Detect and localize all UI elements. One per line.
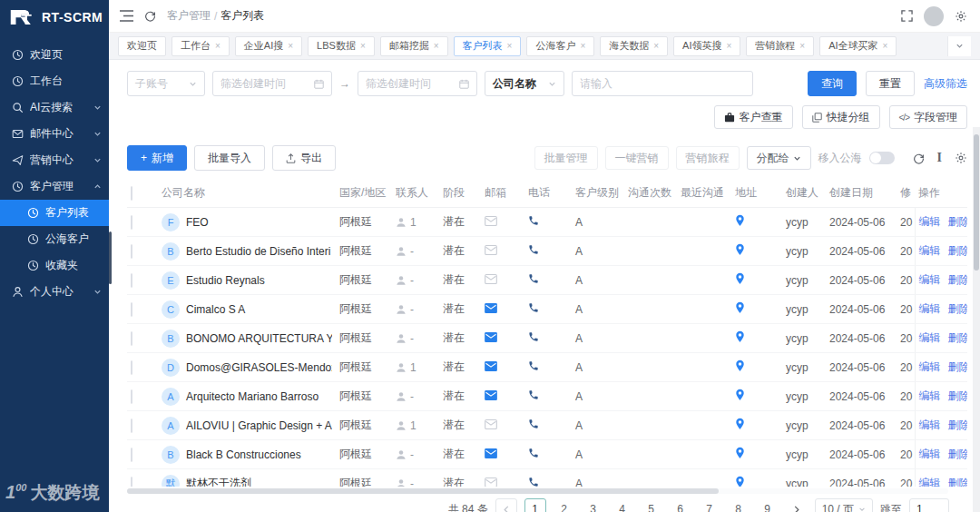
sidebar-item-工作台[interactable]: 工作台	[0, 68, 109, 94]
sidebar-item-公海客户[interactable]: 公海客户	[0, 226, 109, 252]
sidebar-item-客户管理[interactable]: 客户管理	[0, 173, 109, 200]
company-wrap[interactable]: BBerto Estudio de Diseño Interi	[162, 242, 332, 261]
tab-AI领英搜[interactable]: AI领英搜×	[673, 36, 740, 56]
phone-icon[interactable]	[528, 332, 539, 345]
sidebar-item-收藏夹[interactable]: 收藏夹	[0, 252, 109, 279]
page-button-7[interactable]: 7	[699, 498, 720, 512]
tab-close-icon[interactable]: ×	[883, 41, 888, 51]
marketing-journey-button[interactable]: 营销旅程	[676, 146, 740, 170]
mail-icon[interactable]	[485, 332, 497, 345]
tab-营销旅程[interactable]: 营销旅程×	[746, 36, 814, 56]
tab-公海客户[interactable]: 公海客户×	[526, 36, 594, 56]
delete-link[interactable]: 删除	[948, 215, 968, 228]
mail-icon[interactable]	[485, 245, 497, 258]
tab-close-icon[interactable]: ×	[434, 41, 439, 51]
delete-link[interactable]: 删除	[948, 389, 968, 402]
keyword-input[interactable]: 请输入	[572, 71, 753, 96]
select-all-checkbox[interactable]	[131, 186, 132, 201]
page-button-9[interactable]: 9	[757, 498, 779, 512]
address-pin-icon[interactable]	[735, 420, 745, 433]
address-pin-icon[interactable]	[735, 478, 745, 487]
delete-link[interactable]: 删除	[948, 244, 968, 257]
address-pin-icon[interactable]	[735, 217, 745, 230]
edit-link[interactable]: 编辑	[919, 360, 941, 373]
tab-海关数据[interactable]: 海关数据×	[600, 36, 668, 56]
row-checkbox[interactable]	[131, 215, 132, 230]
tab-close-icon[interactable]: ×	[580, 41, 585, 51]
field-manage-button[interactable]: </> 字段管理	[889, 105, 967, 129]
address-pin-icon[interactable]	[735, 275, 745, 288]
breadcrumb-parent[interactable]: 客户管理	[167, 8, 211, 24]
export-button[interactable]: 导出	[272, 145, 336, 171]
row-checkbox[interactable]	[131, 331, 132, 346]
company-wrap[interactable]: DDomos@GIRASOLES-Mendoz	[162, 359, 332, 377]
page-button-2[interactable]: 2	[554, 498, 575, 512]
fullscreen-icon[interactable]	[901, 10, 913, 22]
company-wrap[interactable]: BBONOMO ARQUITECTURA Y (	[162, 330, 332, 348]
tab-企业AI搜[interactable]: 企业AI搜×	[235, 36, 302, 56]
tab-close-icon[interactable]: ×	[215, 41, 220, 51]
address-pin-icon[interactable]	[735, 449, 745, 462]
mail-icon[interactable]	[485, 390, 497, 403]
move-to-public-toggle[interactable]	[869, 152, 895, 164]
page-button-4[interactable]: 4	[612, 498, 633, 512]
vertical-scrollbar-thumb[interactable]	[974, 134, 979, 271]
tab-close-icon[interactable]: ×	[653, 41, 659, 51]
mail-icon[interactable]	[485, 448, 497, 461]
mail-icon[interactable]	[485, 303, 497, 316]
column-settings-gear-icon[interactable]	[955, 152, 967, 164]
mail-icon[interactable]	[485, 216, 497, 229]
page-button-3[interactable]: 3	[583, 498, 604, 512]
edit-link[interactable]: 编辑	[919, 273, 941, 286]
tabs-more-chevron-icon[interactable]	[947, 36, 971, 56]
delete-link[interactable]: 删除	[948, 418, 968, 431]
batch-import-button[interactable]: 批量导入	[194, 145, 265, 171]
company-wrap[interactable]: EEstudio Reynals	[162, 271, 332, 290]
phone-icon[interactable]	[528, 448, 539, 461]
assign-to-dropdown[interactable]: 分配给	[747, 146, 811, 170]
date-to-input[interactable]: 筛选创建时间	[358, 71, 477, 96]
page-button-8[interactable]: 8	[728, 498, 750, 512]
tab-欢迎页[interactable]: 欢迎页	[118, 36, 166, 56]
tab-邮箱挖掘[interactable]: 邮箱挖掘×	[380, 36, 448, 56]
prev-page-button[interactable]	[495, 498, 517, 512]
row-height-icon[interactable]: I	[937, 151, 942, 165]
collapse-menu-icon[interactable]	[120, 10, 133, 22]
page-button-1[interactable]: 1	[524, 498, 546, 512]
row-checkbox[interactable]	[131, 244, 132, 259]
phone-icon[interactable]	[528, 216, 539, 229]
delete-link[interactable]: 删除	[948, 273, 968, 286]
address-pin-icon[interactable]	[735, 391, 745, 404]
search-field-select[interactable]: 公司名称	[485, 71, 564, 96]
edit-link[interactable]: 编辑	[919, 477, 941, 487]
search-button[interactable]: 查询	[808, 71, 857, 96]
phone-icon[interactable]	[528, 303, 539, 316]
delete-link[interactable]: 删除	[948, 302, 968, 315]
sidebar-item-个人中心[interactable]: 个人中心	[0, 279, 109, 305]
address-pin-icon[interactable]	[735, 362, 745, 375]
page-vertical-scrollbar[interactable]	[973, 127, 980, 512]
edit-link[interactable]: 编辑	[919, 215, 941, 228]
mail-icon[interactable]	[485, 361, 497, 374]
edit-link[interactable]: 编辑	[919, 331, 941, 344]
tab-close-icon[interactable]: ×	[507, 41, 513, 51]
company-wrap[interactable]: CCimalco S A	[162, 300, 332, 319]
edit-link[interactable]: 编辑	[919, 389, 941, 402]
brand-logo[interactable]: RT-SCRM	[0, 0, 109, 34]
edit-link[interactable]: 编辑	[919, 302, 941, 315]
page-button-5[interactable]: 5	[641, 498, 662, 512]
customer-dedupe-button[interactable]: 客户查重	[714, 105, 793, 129]
company-wrap[interactable]: 默默林不干洗剂	[162, 475, 332, 487]
address-pin-icon[interactable]	[735, 304, 745, 317]
row-checkbox[interactable]	[131, 389, 132, 404]
mail-icon[interactable]	[485, 419, 497, 432]
add-button[interactable]: + 新增	[127, 145, 187, 171]
edit-link[interactable]: 编辑	[919, 244, 941, 257]
row-checkbox[interactable]	[131, 273, 132, 288]
company-wrap[interactable]: FFEO	[162, 213, 332, 231]
edit-link[interactable]: 编辑	[919, 418, 941, 431]
sub-account-select[interactable]: 子账号	[127, 71, 205, 96]
settings-gear-icon[interactable]	[955, 10, 967, 23]
page-button-6[interactable]: 6	[670, 498, 691, 512]
tab-close-icon[interactable]: ×	[799, 41, 805, 51]
